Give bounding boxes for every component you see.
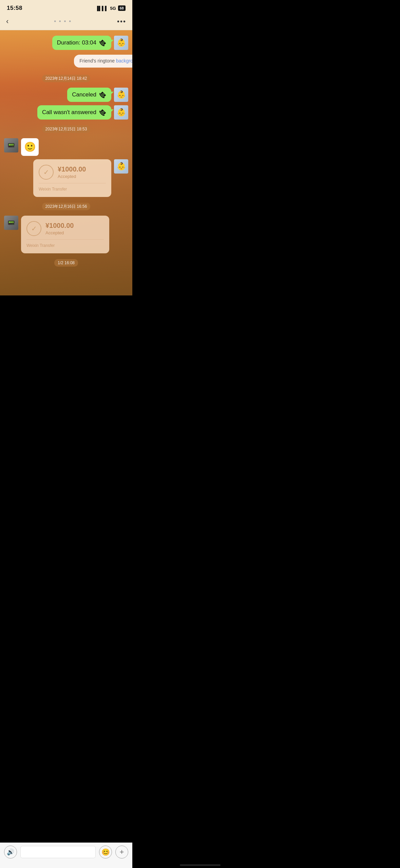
transfer-top: ✓ ¥1000.00 Accepted xyxy=(39,165,106,180)
message-row: ✓ ¥1000.00 Accepted Weixin Transfer xyxy=(4,216,128,253)
ringtone-prefix: Friend's ringtone xyxy=(79,58,115,64)
status-bar: 15:58 ▐▌▌▌ 5G 68 xyxy=(0,0,132,14)
message-row: Canceled ☎ xyxy=(4,88,128,102)
check-icon: ✓ xyxy=(39,165,54,180)
canceled-text: Canceled xyxy=(72,91,96,98)
nav-title: • • • • xyxy=(54,18,72,25)
status-time: 15:58 xyxy=(7,5,22,12)
call-duration-text: Duration: 03:04 xyxy=(57,39,96,46)
transfer-label: Weixin Transfer xyxy=(26,239,104,248)
transfer-status: Accepted xyxy=(45,230,74,235)
timestamp-4: 1/2 16:08 xyxy=(54,259,78,266)
back-button[interactable]: ‹ xyxy=(6,17,8,26)
more-button[interactable]: ••• xyxy=(117,18,126,25)
timestamp-2: 2023年12月15日 18:53 xyxy=(42,126,91,132)
transfer-amount: ¥1000.00 xyxy=(45,222,74,230)
phone-icon: ☎ xyxy=(97,107,108,117)
avatar xyxy=(114,36,128,50)
avatar xyxy=(114,105,128,120)
avatar xyxy=(4,216,18,230)
ringtone-bubble: Friend's ringtone background audio - 系萍子… xyxy=(74,55,132,68)
network-type: 5G xyxy=(110,6,116,11)
battery-icon: 68 xyxy=(118,5,126,11)
phone-icon: ☎ xyxy=(97,89,108,100)
nav-bar: ‹ • • • • ••• xyxy=(0,14,132,30)
transfer-amount: ¥1000.00 xyxy=(58,165,86,173)
call-bubble-sent[interactable]: Duration: 03:04 ☎ xyxy=(52,36,111,50)
call-bubble-canceled[interactable]: Canceled ☎ xyxy=(67,88,111,102)
status-icons: ▐▌▌▌ 5G 68 xyxy=(96,5,126,11)
transfer-label: Weixin Transfer xyxy=(39,183,106,192)
transfer-info: ¥1000.00 Accepted xyxy=(58,165,86,179)
message-row: Duration: 03:04 ☎ xyxy=(4,36,128,50)
check-icon: ✓ xyxy=(26,221,41,236)
emoji-content: 🙂 xyxy=(24,142,36,152)
messages-list: Duration: 03:04 ☎ Friend's ringtone back… xyxy=(0,36,132,268)
transfer-status: Accepted xyxy=(58,174,86,179)
avatar xyxy=(114,159,128,174)
message-row: 🙂 xyxy=(4,138,128,156)
avatar xyxy=(4,138,18,152)
chat-area: Duration: 03:04 ☎ Friend's ringtone back… xyxy=(0,30,132,295)
transfer-card-sent[interactable]: ✓ ¥1000.00 Accepted Weixin Transfer xyxy=(33,159,111,197)
avatar xyxy=(114,88,128,102)
transfer-info: ¥1000.00 Accepted xyxy=(45,222,74,235)
phone-icon: ☎ xyxy=(97,37,108,48)
timestamp-3: 2023年12月16日 16:56 xyxy=(42,203,91,210)
transfer-top: ✓ ¥1000.00 Accepted xyxy=(26,221,104,236)
call-bubble-unanswered[interactable]: Call wasn't answered ☎ xyxy=(37,105,111,120)
message-row: ✓ ¥1000.00 Accepted Weixin Transfer xyxy=(4,159,128,197)
unanswered-text: Call wasn't answered xyxy=(42,109,96,116)
signal-icon: ▐▌▌▌ xyxy=(96,6,108,11)
timestamp-1: 2023年12月14日 18:42 xyxy=(42,75,91,82)
ringtone-link[interactable]: background audio - 系萍子吖 xyxy=(116,58,132,64)
emoji-bubble: 🙂 xyxy=(21,138,39,156)
message-row: Call wasn't answered ☎ xyxy=(4,105,128,120)
transfer-card-received[interactable]: ✓ ¥1000.00 Accepted Weixin Transfer xyxy=(21,216,109,253)
